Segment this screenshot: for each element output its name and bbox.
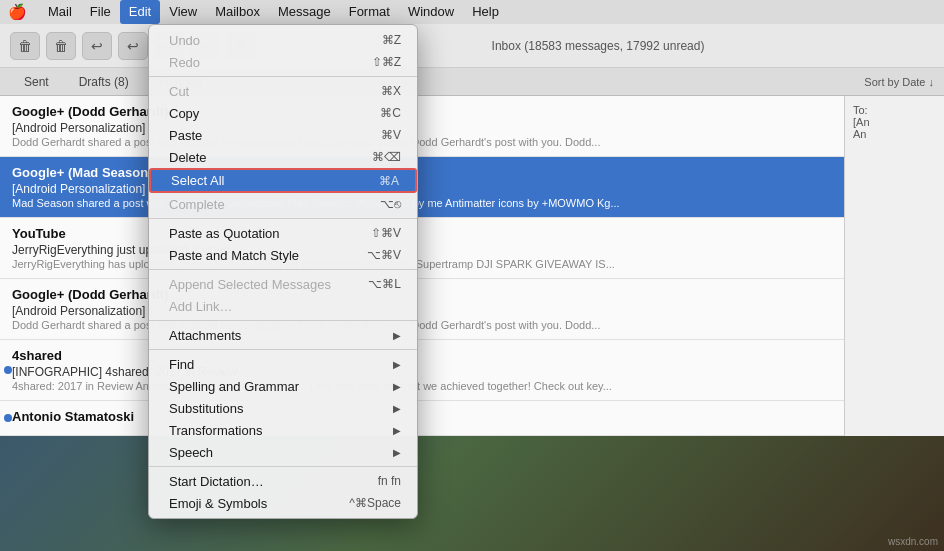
- menu-item-label: Paste: [169, 128, 381, 143]
- menubar-file[interactable]: File: [81, 0, 120, 24]
- menu-item-label: Paste as Quotation: [169, 226, 371, 241]
- menu-complete[interactable]: Complete ⌥⎋: [149, 193, 417, 215]
- list-item[interactable]: Google+ (Mad Season) 4:07 PM [Android Pe…: [0, 157, 944, 218]
- tab-drafts[interactable]: Drafts (8): [65, 72, 143, 92]
- msg-from: Google+ (Mad Season): [12, 165, 153, 180]
- message-list-area: Google+ (Dodd Gerhardt) 7:52 PM [Android…: [0, 96, 944, 436]
- menu-copy[interactable]: Copy ⌘C: [149, 102, 417, 124]
- msg-from: Google+ (Dodd Gerhardt): [12, 287, 168, 302]
- menu-shortcut: ⌥⌘L: [368, 277, 401, 291]
- menu-item-label: Paste and Match Style: [169, 248, 367, 263]
- menubar-view[interactable]: View: [160, 0, 206, 24]
- menu-separator: [149, 218, 417, 219]
- tab-bar: Sent Drafts (8) Flagged Sort by Date ↓: [0, 68, 944, 96]
- msg-from: YouTube: [12, 226, 66, 241]
- menu-redo[interactable]: Redo ⇧⌘Z: [149, 51, 417, 73]
- to-label: To:[AnAn: [853, 104, 936, 140]
- menubar-message[interactable]: Message: [269, 0, 340, 24]
- menu-shortcut: fn fn: [378, 474, 401, 488]
- menu-transformations[interactable]: Transformations: [149, 419, 417, 441]
- menu-separator: [149, 76, 417, 77]
- menubar-mailbox[interactable]: Mailbox: [206, 0, 269, 24]
- archive-btn[interactable]: 🗑: [10, 32, 40, 60]
- app-background: 🗑 🗑 ↩ ↩ ↩↩ ↪ ⚑ Inbox (18583 messages, 17…: [0, 24, 944, 551]
- menubar-edit[interactable]: Edit: [120, 0, 160, 24]
- menubar-help[interactable]: Help: [463, 0, 508, 24]
- menubar: 🍎 Mail File Edit View Mailbox Message Fo…: [0, 0, 944, 24]
- list-item[interactable]: YouTube 4:01 PM JerryRigEverything just …: [0, 218, 944, 279]
- menu-shortcut: ^⌘Space: [349, 496, 401, 510]
- menu-spelling-grammar[interactable]: Spelling and Grammar: [149, 375, 417, 397]
- menu-item-label: Start Dictation…: [169, 474, 378, 489]
- menu-speech[interactable]: Speech: [149, 441, 417, 463]
- menu-item-label: Attachments: [169, 328, 385, 343]
- menu-separator: [149, 349, 417, 350]
- menu-attachments[interactable]: Attachments: [149, 324, 417, 346]
- menu-substitutions[interactable]: Substitutions: [149, 397, 417, 419]
- list-item[interactable]: Antonio Stamatoski 10:07 AM: [0, 401, 944, 436]
- unread-indicator: [4, 366, 12, 374]
- menu-undo[interactable]: Undo ⌘Z: [149, 29, 417, 51]
- menu-paste-match-style[interactable]: Paste and Match Style ⌥⌘V: [149, 244, 417, 266]
- menu-item-label: Append Selected Messages: [169, 277, 368, 292]
- menu-append-messages[interactable]: Append Selected Messages ⌥⌘L: [149, 273, 417, 295]
- menu-start-dictation[interactable]: Start Dictation… fn fn: [149, 470, 417, 492]
- menu-delete[interactable]: Delete ⌘⌫: [149, 146, 417, 168]
- msg-from: 4shared: [12, 348, 62, 363]
- mail-body-panel: To:[AnAn: [844, 96, 944, 436]
- menu-separator: [149, 269, 417, 270]
- apple-menu[interactable]: 🍎: [8, 3, 27, 21]
- message-list: Google+ (Dodd Gerhardt) 7:52 PM [Android…: [0, 96, 944, 436]
- list-item[interactable]: 4shared 10:38 AM [INFOGRAPHIC] 4shared: …: [0, 340, 944, 401]
- menu-shortcut: ⌘A: [379, 174, 399, 188]
- menu-item-label: Substitutions: [169, 401, 385, 416]
- menu-item-label: Cut: [169, 84, 381, 99]
- list-item[interactable]: Google+ (Dodd Gerhardt) 3:52 PM [Android…: [0, 279, 944, 340]
- junk-btn[interactable]: ↩: [82, 32, 112, 60]
- reply-btn[interactable]: ↩: [118, 32, 148, 60]
- menu-item-label: Complete: [169, 197, 380, 212]
- menu-shortcut: ⌥⎋: [380, 197, 401, 211]
- menu-separator: [149, 466, 417, 467]
- menu-cut[interactable]: Cut ⌘X: [149, 80, 417, 102]
- mail-content: Google+ (Dodd Gerhardt) 7:52 PM [Android…: [0, 96, 944, 436]
- watermark: wsxdn.com: [888, 536, 938, 547]
- menu-shortcut: ⇧⌘V: [371, 226, 401, 240]
- sort-label[interactable]: Sort by Date ↓: [864, 76, 934, 88]
- menu-shortcut: ⌥⌘V: [367, 248, 401, 262]
- menu-item-label: Emoji & Symbols: [169, 496, 349, 511]
- menu-item-label: Spelling and Grammar: [169, 379, 385, 394]
- menu-shortcut: ⇧⌘Z: [372, 55, 401, 69]
- mail-toolbar: 🗑 🗑 ↩ ↩ ↩↩ ↪ ⚑ Inbox (18583 messages, 17…: [0, 24, 944, 68]
- list-item[interactable]: Google+ (Dodd Gerhardt) 7:52 PM [Android…: [0, 96, 944, 157]
- menubar-window[interactable]: Window: [399, 0, 463, 24]
- menu-select-all[interactable]: Select All ⌘A: [149, 168, 417, 193]
- menu-shortcut: ⌘⌫: [372, 150, 401, 164]
- menu-find[interactable]: Find: [149, 353, 417, 375]
- msg-from: Google+ (Dodd Gerhardt): [12, 104, 168, 119]
- menubar-mail[interactable]: Mail: [39, 0, 81, 24]
- edit-dropdown-menu: Undo ⌘Z Redo ⇧⌘Z Cut ⌘X Copy ⌘C Paste ⌘V…: [148, 24, 418, 519]
- menu-add-link[interactable]: Add Link…: [149, 295, 417, 317]
- menu-paste-quotation[interactable]: Paste as Quotation ⇧⌘V: [149, 222, 417, 244]
- inbox-label: Inbox (18583 messages, 17992 unread): [492, 39, 705, 53]
- menu-item-label: Transformations: [169, 423, 385, 438]
- menu-emoji-symbols[interactable]: Emoji & Symbols ^⌘Space: [149, 492, 417, 514]
- menu-shortcut: ⌘C: [380, 106, 401, 120]
- menu-shortcut: ⌘Z: [382, 33, 401, 47]
- menu-shortcut: ⌘X: [381, 84, 401, 98]
- menu-item-label: Add Link…: [169, 299, 401, 314]
- menu-item-label: Undo: [169, 33, 382, 48]
- menu-item-label: Select All: [171, 173, 379, 188]
- menubar-format[interactable]: Format: [340, 0, 399, 24]
- msg-from: Antonio Stamatoski: [12, 409, 134, 424]
- menu-item-label: Copy: [169, 106, 380, 121]
- menu-paste[interactable]: Paste ⌘V: [149, 124, 417, 146]
- menu-item-label: Redo: [169, 55, 372, 70]
- menu-item-label: Delete: [169, 150, 372, 165]
- tab-sent[interactable]: Sent: [10, 72, 63, 92]
- unread-indicator: [4, 414, 12, 422]
- menu-shortcut: ⌘V: [381, 128, 401, 142]
- menu-item-label: Speech: [169, 445, 385, 460]
- delete-btn[interactable]: 🗑: [46, 32, 76, 60]
